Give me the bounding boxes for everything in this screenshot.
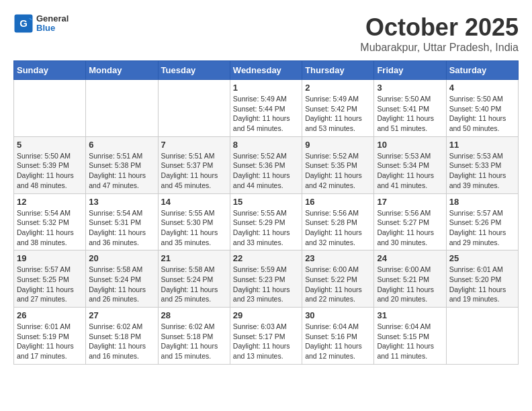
page-header: G General Blue October 2025 Mubarakpur, …	[13, 13, 519, 54]
day-info: Sunrise: 6:04 AM Sunset: 5:16 PM Dayligh…	[305, 322, 371, 361]
day-header-monday: Monday	[86, 61, 158, 80]
day-info: Sunrise: 5:51 AM Sunset: 5:38 PM Dayligh…	[89, 151, 154, 191]
day-number: 3	[377, 83, 443, 93]
title-area: October 2025 Mubarakpur, Uttar Pradesh, …	[360, 13, 519, 54]
calendar-cell: 16Sunrise: 5:56 AM Sunset: 5:28 PM Dayli…	[302, 193, 374, 250]
day-number: 26	[17, 310, 83, 320]
day-info: Sunrise: 5:50 AM Sunset: 5:40 PM Dayligh…	[449, 94, 515, 134]
day-header-sunday: Sunday	[14, 61, 86, 80]
day-info: Sunrise: 5:51 AM Sunset: 5:37 PM Dayligh…	[161, 151, 227, 191]
calendar-cell: 20Sunrise: 5:58 AM Sunset: 5:24 PM Dayli…	[86, 250, 158, 308]
calendar-cell: 24Sunrise: 6:00 AM Sunset: 5:21 PM Dayli…	[374, 250, 446, 308]
day-number: 31	[377, 310, 443, 320]
logo-blue: Blue	[36, 24, 69, 33]
day-info: Sunrise: 5:58 AM Sunset: 5:24 PM Dayligh…	[161, 265, 227, 304]
day-info: Sunrise: 6:01 AM Sunset: 5:20 PM Dayligh…	[449, 265, 515, 304]
day-header-wednesday: Wednesday	[230, 61, 302, 80]
logo-general: General	[36, 14, 69, 24]
calendar-cell: 9Sunrise: 5:52 AM Sunset: 5:35 PM Daylig…	[302, 136, 374, 193]
calendar-cell: 15Sunrise: 5:55 AM Sunset: 5:29 PM Dayli…	[230, 193, 302, 250]
calendar-week-2: 5Sunrise: 5:50 AM Sunset: 5:39 PM Daylig…	[14, 136, 519, 193]
day-number: 15	[233, 197, 299, 207]
day-number: 23	[305, 253, 371, 263]
day-info: Sunrise: 5:50 AM Sunset: 5:41 PM Dayligh…	[377, 94, 443, 134]
day-number: 18	[449, 197, 515, 207]
calendar-cell: 19Sunrise: 5:57 AM Sunset: 5:25 PM Dayli…	[14, 250, 86, 308]
day-info: Sunrise: 5:59 AM Sunset: 5:23 PM Dayligh…	[233, 265, 299, 304]
calendar-cell: 13Sunrise: 5:54 AM Sunset: 5:31 PM Dayli…	[86, 193, 158, 250]
day-number: 28	[161, 310, 227, 320]
day-number: 8	[233, 140, 299, 150]
calendar-cell: 23Sunrise: 6:00 AM Sunset: 5:22 PM Dayli…	[302, 250, 374, 308]
day-number: 27	[89, 310, 154, 320]
day-number: 30	[305, 310, 371, 320]
calendar-cell: 21Sunrise: 5:58 AM Sunset: 5:24 PM Dayli…	[158, 250, 230, 308]
day-number: 7	[161, 140, 227, 150]
calendar-cell: 11Sunrise: 5:53 AM Sunset: 5:33 PM Dayli…	[446, 136, 518, 193]
day-info: Sunrise: 6:00 AM Sunset: 5:21 PM Dayligh…	[377, 265, 443, 304]
day-info: Sunrise: 5:57 AM Sunset: 5:26 PM Dayligh…	[449, 208, 515, 248]
day-number: 11	[449, 140, 515, 150]
calendar-cell	[446, 308, 518, 365]
day-info: Sunrise: 5:50 AM Sunset: 5:39 PM Dayligh…	[17, 151, 83, 191]
calendar-cell: 7Sunrise: 5:51 AM Sunset: 5:37 PM Daylig…	[158, 136, 230, 193]
day-header-saturday: Saturday	[446, 61, 518, 80]
day-number: 14	[161, 197, 227, 207]
calendar-cell: 10Sunrise: 5:53 AM Sunset: 5:34 PM Dayli…	[374, 136, 446, 193]
day-info: Sunrise: 5:56 AM Sunset: 5:27 PM Dayligh…	[377, 208, 443, 248]
calendar-week-3: 12Sunrise: 5:54 AM Sunset: 5:32 PM Dayli…	[14, 193, 519, 250]
calendar-cell: 4Sunrise: 5:50 AM Sunset: 5:40 PM Daylig…	[446, 80, 518, 137]
calendar-week-4: 19Sunrise: 5:57 AM Sunset: 5:25 PM Dayli…	[14, 250, 519, 308]
day-info: Sunrise: 5:55 AM Sunset: 5:30 PM Dayligh…	[161, 208, 227, 248]
calendar-cell	[86, 80, 158, 137]
calendar-cell: 2Sunrise: 5:49 AM Sunset: 5:42 PM Daylig…	[302, 80, 374, 137]
day-number: 2	[305, 83, 371, 93]
day-info: Sunrise: 6:02 AM Sunset: 5:18 PM Dayligh…	[89, 322, 154, 361]
day-info: Sunrise: 5:58 AM Sunset: 5:24 PM Dayligh…	[89, 265, 154, 304]
day-number: 5	[17, 140, 83, 150]
day-number: 1	[233, 83, 299, 93]
day-number: 12	[17, 197, 83, 207]
location-subtitle: Mubarakpur, Uttar Pradesh, India	[360, 42, 519, 54]
month-title: October 2025	[360, 13, 519, 42]
calendar-cell: 26Sunrise: 6:01 AM Sunset: 5:19 PM Dayli…	[14, 308, 86, 365]
day-header-thursday: Thursday	[302, 61, 374, 80]
calendar-cell: 22Sunrise: 5:59 AM Sunset: 5:23 PM Dayli…	[230, 250, 302, 308]
calendar-cell: 17Sunrise: 5:56 AM Sunset: 5:27 PM Dayli…	[374, 193, 446, 250]
calendar-cell: 27Sunrise: 6:02 AM Sunset: 5:18 PM Dayli…	[86, 308, 158, 365]
day-number: 29	[233, 310, 299, 320]
day-info: Sunrise: 6:04 AM Sunset: 5:15 PM Dayligh…	[377, 322, 443, 361]
day-info: Sunrise: 5:57 AM Sunset: 5:25 PM Dayligh…	[17, 265, 83, 304]
calendar-cell: 25Sunrise: 6:01 AM Sunset: 5:20 PM Dayli…	[446, 250, 518, 308]
day-info: Sunrise: 5:53 AM Sunset: 5:33 PM Dayligh…	[449, 151, 515, 191]
day-info: Sunrise: 6:01 AM Sunset: 5:19 PM Dayligh…	[17, 322, 83, 361]
calendar-cell: 12Sunrise: 5:54 AM Sunset: 5:32 PM Dayli…	[14, 193, 86, 250]
day-info: Sunrise: 5:56 AM Sunset: 5:28 PM Dayligh…	[305, 208, 371, 248]
day-info: Sunrise: 6:02 AM Sunset: 5:18 PM Dayligh…	[161, 322, 227, 361]
day-info: Sunrise: 5:49 AM Sunset: 5:44 PM Dayligh…	[233, 94, 299, 134]
day-number: 22	[233, 253, 299, 263]
calendar-cell: 14Sunrise: 5:55 AM Sunset: 5:30 PM Dayli…	[158, 193, 230, 250]
day-number: 20	[89, 253, 154, 263]
day-info: Sunrise: 5:52 AM Sunset: 5:35 PM Dayligh…	[305, 151, 371, 191]
logo: G General Blue	[13, 13, 69, 34]
day-number: 4	[449, 83, 515, 93]
day-info: Sunrise: 5:54 AM Sunset: 5:31 PM Dayligh…	[89, 208, 154, 248]
calendar-header-row: SundayMondayTuesdayWednesdayThursdayFrid…	[14, 61, 519, 80]
calendar-week-5: 26Sunrise: 6:01 AM Sunset: 5:19 PM Dayli…	[14, 308, 519, 365]
day-info: Sunrise: 6:03 AM Sunset: 5:17 PM Dayligh…	[233, 322, 299, 361]
day-info: Sunrise: 6:00 AM Sunset: 5:22 PM Dayligh…	[305, 265, 371, 304]
day-number: 19	[17, 253, 83, 263]
day-header-tuesday: Tuesday	[158, 61, 230, 80]
svg-text:G: G	[19, 17, 28, 29]
day-number: 17	[377, 197, 443, 207]
day-info: Sunrise: 5:55 AM Sunset: 5:29 PM Dayligh…	[233, 208, 299, 248]
day-number: 24	[377, 253, 443, 263]
calendar-cell: 6Sunrise: 5:51 AM Sunset: 5:38 PM Daylig…	[86, 136, 158, 193]
calendar-cell: 5Sunrise: 5:50 AM Sunset: 5:39 PM Daylig…	[14, 136, 86, 193]
calendar-cell: 29Sunrise: 6:03 AM Sunset: 5:17 PM Dayli…	[230, 308, 302, 365]
calendar-cell: 28Sunrise: 6:02 AM Sunset: 5:18 PM Dayli…	[158, 308, 230, 365]
day-number: 6	[89, 140, 154, 150]
day-info: Sunrise: 5:54 AM Sunset: 5:32 PM Dayligh…	[17, 208, 83, 248]
day-info: Sunrise: 5:52 AM Sunset: 5:36 PM Dayligh…	[233, 151, 299, 191]
